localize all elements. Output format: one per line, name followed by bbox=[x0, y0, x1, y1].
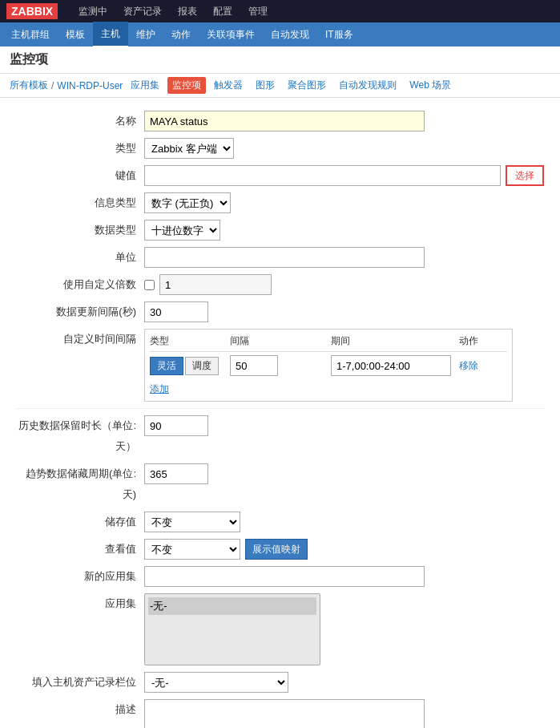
tab-discovery-rules[interactable]: 自动发现规则 bbox=[334, 77, 401, 94]
type-field: Zabbix 客户端 Zabbix 主动式 bbox=[144, 138, 544, 159]
store-row: 储存值 不变 增量 每秒增量 bbox=[16, 512, 544, 532]
name-input[interactable] bbox=[144, 111, 425, 131]
nav-admin[interactable]: 管理 bbox=[240, 0, 276, 22]
tab-items[interactable]: 监控项 bbox=[167, 77, 206, 94]
nav-discovery[interactable]: 自动发现 bbox=[263, 22, 317, 47]
interval-col-action: 动作 bbox=[459, 334, 507, 348]
key-select-button[interactable]: 选择 bbox=[506, 165, 544, 186]
nav-reports[interactable]: 报表 bbox=[170, 0, 205, 22]
nav-hostgroup[interactable]: 主机群组 bbox=[3, 22, 58, 47]
history-label: 历史数据保留时长（单位:天） bbox=[16, 415, 144, 457]
update-interval-input[interactable] bbox=[144, 301, 208, 322]
interval-row-0: 灵活 调度 移除 bbox=[150, 355, 507, 376]
interval-col-interval: 间隔 bbox=[230, 334, 331, 348]
custom-interval-label: 自定义时间间隔 bbox=[16, 329, 144, 350]
unit-label: 单位 bbox=[16, 247, 144, 268]
unit-input[interactable] bbox=[144, 247, 425, 268]
interval-remove-link[interactable]: 移除 bbox=[459, 360, 478, 371]
nav-maintenance[interactable]: 维护 bbox=[128, 22, 163, 47]
trend-field bbox=[144, 463, 544, 484]
valuemap-label: 查看值 bbox=[16, 539, 144, 560]
type-row: 类型 Zabbix 客户端 Zabbix 主动式 bbox=[16, 138, 544, 159]
desc-label: 描述 bbox=[16, 699, 144, 720]
new-app-row: 新的应用集 bbox=[16, 566, 544, 587]
history-row: 历史数据保留时长（单位:天） bbox=[16, 415, 544, 457]
page-title-bar: 监控项 bbox=[0, 47, 560, 74]
valuemap-button[interactable]: 展示值映射 bbox=[245, 539, 308, 560]
interval-value-field bbox=[230, 355, 331, 376]
interval-type-schedule[interactable]: 调度 bbox=[185, 357, 219, 375]
app-list-row: 应用集 -无- bbox=[16, 593, 544, 665]
nav-config[interactable]: 配置 bbox=[205, 0, 240, 22]
data-type-label: 数据类型 bbox=[16, 220, 144, 241]
nav-host[interactable]: 主机 bbox=[93, 22, 128, 47]
interval-header: 类型 间隔 期间 动作 bbox=[150, 334, 507, 352]
description-textarea[interactable] bbox=[144, 699, 425, 728]
breadcrumb-bar: 所有模板 / WIN-RDP-User 应用集 监控项 触发器 图形 聚合图形 … bbox=[0, 74, 560, 98]
tab-applications[interactable]: 应用集 bbox=[126, 77, 164, 94]
info-type-label: 信息类型 bbox=[16, 192, 144, 213]
nav-event-correlation[interactable]: 关联项事件 bbox=[199, 22, 263, 47]
asset-field: -无- bbox=[144, 672, 544, 693]
nav-it-services[interactable]: IT服务 bbox=[317, 22, 361, 47]
interval-value-input[interactable] bbox=[230, 355, 278, 376]
update-interval-row: 数据更新间隔(秒) bbox=[16, 301, 544, 322]
asset-row: 填入主机资产记录栏位 -无- bbox=[16, 672, 544, 693]
interval-type-flexible[interactable]: 灵活 bbox=[150, 357, 183, 375]
key-row: 键值 选择 bbox=[16, 165, 544, 186]
breadcrumb-win-rdp[interactable]: WIN-RDP-User bbox=[57, 80, 123, 91]
multiplier-field bbox=[144, 274, 544, 295]
key-input[interactable] bbox=[144, 165, 501, 186]
custom-interval-row: 自定义时间间隔 类型 间隔 期间 动作 灵活 调度 bbox=[16, 329, 544, 402]
tab-graphs[interactable]: 图形 bbox=[251, 77, 280, 94]
data-type-field: 十进位数字 八进制 十六进制 布尔值 bbox=[144, 220, 544, 241]
valuemap-select[interactable]: 不变 bbox=[144, 539, 240, 560]
tab-aggregate-graphs[interactable]: 聚合图形 bbox=[283, 77, 331, 94]
trend-row: 趋势数据储藏周期(单位:天) bbox=[16, 463, 544, 505]
multiplier-input[interactable] bbox=[159, 274, 272, 295]
interval-period-field bbox=[331, 355, 459, 376]
trend-input[interactable] bbox=[144, 463, 208, 484]
interval-add-link[interactable]: 添加 bbox=[150, 382, 169, 396]
info-type-field: 数字 (无正负) 字符 日志 文本 bbox=[144, 192, 544, 213]
store-label: 储存值 bbox=[16, 512, 144, 532]
desc-row: 描述 bbox=[16, 699, 544, 728]
asset-select[interactable]: -无- bbox=[144, 672, 288, 693]
interval-type-buttons: 灵活 调度 bbox=[150, 357, 230, 375]
breadcrumb-all-templates[interactable]: 所有模板 bbox=[10, 79, 48, 92]
tab-triggers[interactable]: 触发器 bbox=[209, 77, 248, 94]
main-content: 名称 类型 Zabbix 客户端 Zabbix 主动式 键值 选择 信息类型 数… bbox=[0, 98, 560, 728]
data-type-select[interactable]: 十进位数字 八进制 十六进制 布尔值 bbox=[144, 220, 220, 241]
history-field bbox=[144, 415, 544, 436]
new-app-field bbox=[144, 566, 544, 587]
new-app-input[interactable] bbox=[144, 566, 425, 587]
info-type-row: 信息类型 数字 (无正负) 字符 日志 文本 bbox=[16, 192, 544, 213]
new-app-label: 新的应用集 bbox=[16, 566, 144, 587]
desc-field bbox=[144, 699, 544, 728]
app-list-select[interactable]: -无- bbox=[144, 593, 320, 665]
name-field bbox=[144, 111, 544, 131]
multiplier-checkbox[interactable] bbox=[144, 280, 155, 290]
history-input[interactable] bbox=[144, 415, 208, 436]
valuemap-field: 不变 展示值映射 bbox=[144, 539, 544, 560]
tab-web-scenarios[interactable]: Web 场景 bbox=[405, 77, 456, 94]
name-row: 名称 bbox=[16, 111, 544, 131]
multiplier-label: 使用自定义倍数 bbox=[16, 274, 144, 295]
name-label: 名称 bbox=[16, 111, 144, 131]
unit-field bbox=[144, 247, 544, 268]
top-navigation: ZABBIX 监测中 资产记录 报表 配置 管理 bbox=[0, 0, 560, 22]
nav-assets[interactable]: 资产记录 bbox=[115, 0, 170, 22]
store-select[interactable]: 不变 增量 每秒增量 bbox=[144, 512, 240, 532]
page-title: 监控项 bbox=[10, 52, 48, 66]
info-type-select[interactable]: 数字 (无正负) 字符 日志 文本 bbox=[144, 192, 231, 213]
valuemap-row: 查看值 不变 展示值映射 bbox=[16, 539, 544, 560]
nav-monitor[interactable]: 监测中 bbox=[71, 0, 115, 22]
type-select[interactable]: Zabbix 客户端 Zabbix 主动式 bbox=[144, 138, 234, 159]
interval-add-container: 添加 bbox=[150, 379, 507, 396]
second-navigation: 主机群组 模板 主机 维护 动作 关联项事件 自动发现 IT服务 bbox=[0, 22, 560, 47]
key-field: 选择 bbox=[144, 165, 544, 186]
breadcrumb-sep-1: / bbox=[51, 80, 54, 91]
nav-template[interactable]: 模板 bbox=[58, 22, 93, 47]
interval-period-input[interactable] bbox=[331, 355, 451, 376]
nav-action[interactable]: 动作 bbox=[163, 22, 199, 47]
